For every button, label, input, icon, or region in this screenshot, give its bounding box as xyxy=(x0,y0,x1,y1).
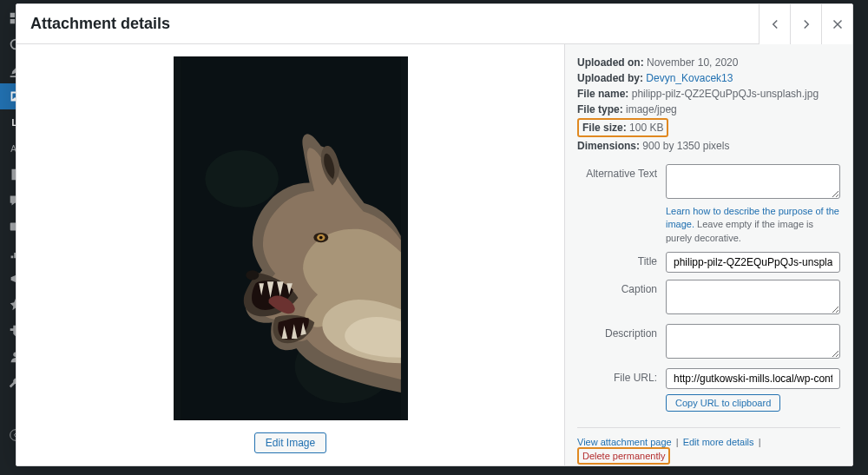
next-button[interactable] xyxy=(790,4,821,44)
modal-body: Edit Image Uploaded on: November 10, 202… xyxy=(16,44,852,465)
field-description: Description xyxy=(577,324,840,361)
chevron-left-icon xyxy=(767,16,783,32)
meta-file-name: File name: philipp-pilz-QZ2EQuPpQJs-unsp… xyxy=(577,86,840,102)
svg-point-6 xyxy=(205,150,279,208)
alt-text-input[interactable] xyxy=(666,164,840,199)
modal-nav-buttons xyxy=(759,4,852,44)
field-fileurl: File URL: Copy URL to clipboard xyxy=(577,368,840,412)
svg-point-11 xyxy=(319,236,322,240)
wolf-illustration xyxy=(174,56,408,420)
prev-button[interactable] xyxy=(759,4,790,44)
fileurl-input[interactable] xyxy=(666,368,840,389)
copy-url-button[interactable]: Copy URL to clipboard xyxy=(666,394,780,412)
caption-input[interactable] xyxy=(666,280,840,314)
field-caption: Caption xyxy=(577,280,840,317)
modal-title: Attachment details xyxy=(30,15,170,33)
edit-more-link[interactable]: Edit more details xyxy=(683,437,754,447)
edit-image-button[interactable]: Edit Image xyxy=(254,432,326,453)
meta-uploaded-on: Uploaded on: November 10, 2020 xyxy=(577,55,840,70)
meta-file-type: File type: image/jpeg xyxy=(577,102,840,117)
details-pane: Uploaded on: November 10, 2020 Uploaded … xyxy=(564,44,852,465)
attachment-details-modal: Attachment details xyxy=(16,3,853,466)
view-attachment-link[interactable]: View attachment page xyxy=(577,437,672,447)
meta-uploaded-by: Uploaded by: Devyn_Kovacek13 xyxy=(577,70,840,86)
media-preview-pane: Edit Image xyxy=(16,44,564,465)
delete-permanently-link[interactable]: Delete permanently xyxy=(577,447,670,465)
meta-file-size: File size: 100 KB xyxy=(577,118,668,137)
chevron-right-icon xyxy=(799,16,814,32)
description-input[interactable] xyxy=(666,324,840,359)
attachment-actions: View attachment page | Edit more details… xyxy=(577,427,840,465)
close-icon xyxy=(830,16,845,32)
title-input[interactable] xyxy=(666,252,840,273)
field-title: Title xyxy=(577,252,840,273)
meta-dimensions: Dimensions: 900 by 1350 pixels xyxy=(577,138,840,154)
close-button[interactable] xyxy=(821,4,852,44)
modal-header: Attachment details xyxy=(16,4,852,44)
alt-help-text: Learn how to describe the purpose of the… xyxy=(666,205,840,245)
field-alt-text: Alternative Text Learn how to describe t… xyxy=(577,164,840,245)
attachment-image xyxy=(174,56,408,420)
svg-point-8 xyxy=(246,270,259,280)
attachment-metadata: Uploaded on: November 10, 2020 Uploaded … xyxy=(577,55,840,154)
uploader-link[interactable]: Devyn_Kovacek13 xyxy=(646,72,733,84)
